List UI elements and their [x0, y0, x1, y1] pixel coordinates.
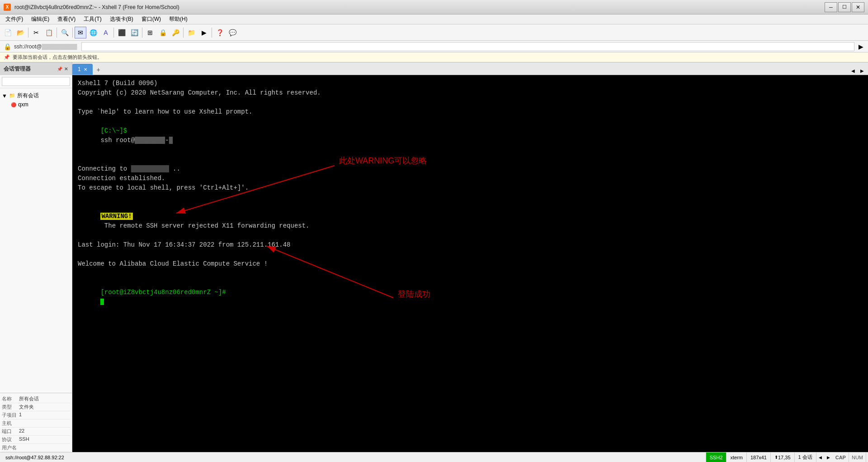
toolbar-sep3: [72, 28, 73, 38]
session-search-area: [0, 75, 72, 88]
menu-tabs[interactable]: 选项卡(B): [106, 14, 137, 24]
session-manager-title: 会话管理器: [4, 65, 31, 73]
toolbar-sep6: [183, 28, 184, 38]
info-row-host: 主机: [2, 419, 70, 428]
info-value-subcount: 1: [19, 412, 22, 419]
status-terminal: xterm: [726, 452, 747, 462]
toolbar-key[interactable]: 🔑: [170, 27, 181, 38]
toolbar-folder-open[interactable]: 📁: [185, 27, 197, 38]
menu-help[interactable]: 帮助(H): [165, 14, 191, 24]
info-bar: 📌 要添加当前会话，点击左侧的箭头按钮。: [0, 52, 868, 62]
toolbar-compose[interactable]: ✉: [75, 27, 86, 38]
title-bar: X root@iZ8vbctj4u8nz06red0mnrZ:~ - Xshel…: [0, 0, 868, 14]
status-bar: ssh://root@47.92.88.92:22 SSH2 xterm 187…: [0, 452, 868, 462]
annotations-svg: 此处WARNING可以忽略 登陆成功: [72, 75, 868, 462]
toolbar-arrow[interactable]: ▶: [198, 27, 210, 38]
login-annotation-text: 登陆成功: [398, 290, 430, 299]
toolbar-open[interactable]: 📂: [14, 27, 26, 38]
status-scroll-right[interactable]: ▶: [825, 452, 833, 462]
info-value-port: 22: [19, 428, 24, 435]
session-close-icon[interactable]: ✕: [64, 66, 68, 72]
window-controls: ─ ☐ ✕: [825, 2, 864, 12]
info-label-port: 端口: [2, 428, 19, 435]
info-row-name: 名称 所有会话: [2, 395, 70, 403]
info-row-username: 用户名: [2, 444, 70, 452]
info-value-name: 所有会话: [19, 395, 39, 402]
info-label-name: 名称: [2, 395, 19, 402]
toolbar: 📄 📂 ✂ 📋 🔍 ✉ 🌐 A ⬛ 🔄 ⊞ 🔒 🔑 📁 ▶ ❓ 💬: [0, 24, 868, 41]
address-bar: 🔒 ssh://root@██████████ ▶: [0, 41, 868, 52]
info-label-type: 类型: [2, 404, 19, 410]
session-item-label: qxm: [18, 101, 28, 108]
info-value-protocol: SSH: [19, 436, 29, 443]
toolbar-lock[interactable]: 🔒: [157, 27, 169, 38]
ssh-icon: 🔒: [4, 43, 11, 50]
toolbar-cut[interactable]: ✂: [30, 27, 42, 38]
status-position: ⬆ 17,35: [771, 452, 795, 462]
status-path: ssh://root@47.92.88.92:22: [2, 452, 706, 462]
status-cap: CAP: [833, 452, 849, 462]
menu-view[interactable]: 查看(V): [54, 14, 79, 24]
toolbar-help[interactable]: ❓: [214, 27, 226, 38]
login-annotation-arrow: [267, 246, 393, 298]
info-icon: 📌: [4, 54, 10, 60]
status-dimensions: 187x41: [747, 452, 771, 462]
info-label-username: 用户名: [2, 444, 19, 451]
session-group-all: ▼ 📁 所有会话 🔴 qxm: [2, 90, 70, 110]
group-expand-icon: ▼: [2, 93, 7, 99]
info-label-host: 主机: [2, 420, 19, 427]
group-label: 所有会话: [17, 92, 39, 100]
session-search-input[interactable]: [2, 77, 70, 86]
toolbar-globe[interactable]: 🌐: [87, 27, 99, 38]
menu-tools[interactable]: 工具(T): [80, 14, 105, 24]
tab-1-label: 1: [78, 66, 81, 72]
session-panel: ▼ 📁 所有会话 🔴 qxm 名称 所有会话 类型 文件夹 子项目: [0, 75, 72, 462]
close-button[interactable]: ✕: [852, 2, 864, 12]
menu-file[interactable]: 文件(F): [2, 14, 27, 24]
menu-bar: 文件(F) 编辑(E) 查看(V) 工具(T) 选项卡(B) 窗口(W) 帮助(…: [0, 14, 868, 24]
status-sessions: 1 会话: [795, 452, 816, 462]
session-tree: ▼ 📁 所有会话 🔴 qxm: [0, 88, 72, 393]
app-icon: X: [4, 4, 11, 11]
status-scroll-left[interactable]: ◀: [816, 452, 825, 462]
toolbar-sep1: [28, 28, 28, 38]
menu-edit[interactable]: 编辑(E): [28, 14, 53, 24]
session-pin-icon[interactable]: 📌: [57, 66, 63, 72]
info-text: 要添加当前会话，点击左侧的箭头按钮。: [13, 54, 102, 61]
window-title: root@iZ8vbctj4u8nz06red0mnrZ:~ - Xshell …: [14, 4, 179, 10]
toolbar-copy[interactable]: 📋: [43, 27, 55, 38]
tab-scroll-right[interactable]: ▶: [858, 67, 866, 75]
session-manager-header: 会话管理器 📌 ✕: [0, 62, 72, 75]
tab-scroll-left[interactable]: ◀: [849, 67, 857, 75]
terminal-area[interactable]: Xshell 7 (Build 0096) Copyright (c) 2020…: [72, 75, 868, 462]
session-item-qxm[interactable]: 🔴 qxm: [2, 100, 70, 109]
toolbar-stop[interactable]: ⬛: [116, 27, 127, 38]
title-bar-left: X root@iZ8vbctj4u8nz06red0mnrZ:~ - Xshel…: [4, 4, 179, 11]
toolbar-new[interactable]: 📄: [2, 27, 14, 38]
address-go[interactable]: ▶: [857, 43, 864, 50]
info-value-type: 文件夹: [19, 404, 34, 410]
toolbar-refresh[interactable]: 🔄: [128, 27, 140, 38]
tab-1[interactable]: 1 ✕: [72, 64, 93, 75]
toolbar-color[interactable]: A: [100, 27, 112, 38]
tab-1-close[interactable]: ✕: [84, 67, 87, 72]
toolbar-comment[interactable]: 💬: [226, 27, 238, 38]
main-area: ▼ 📁 所有会话 🔴 qxm 名称 所有会话 类型 文件夹 子项目: [0, 75, 868, 462]
session-manager-icons: 📌 ✕: [57, 66, 68, 72]
add-tab-button[interactable]: +: [94, 65, 104, 75]
session-item-icon: 🔴: [11, 102, 16, 107]
toolbar-sep7: [212, 28, 212, 38]
menu-window[interactable]: 窗口(W): [138, 14, 165, 24]
group-icon: 📁: [9, 93, 15, 99]
toolbar-maximize[interactable]: ⊞: [144, 27, 156, 38]
warning-annotation-text: 此处WARNING可以忽略: [339, 156, 427, 165]
toolbar-sep5: [142, 28, 142, 38]
toolbar-sep4: [113, 28, 114, 38]
minimize-button[interactable]: ─: [825, 2, 837, 12]
session-group-header[interactable]: ▼ 📁 所有会话: [2, 91, 70, 100]
address-text: ssh://root@██████████: [14, 43, 77, 50]
toolbar-search[interactable]: 🔍: [59, 27, 71, 38]
restore-button[interactable]: ☐: [838, 2, 851, 12]
status-protocol: SSH2: [706, 452, 727, 462]
tab-area: 会话管理器 📌 ✕ 1 ✕ + ◀ ▶: [0, 62, 868, 75]
